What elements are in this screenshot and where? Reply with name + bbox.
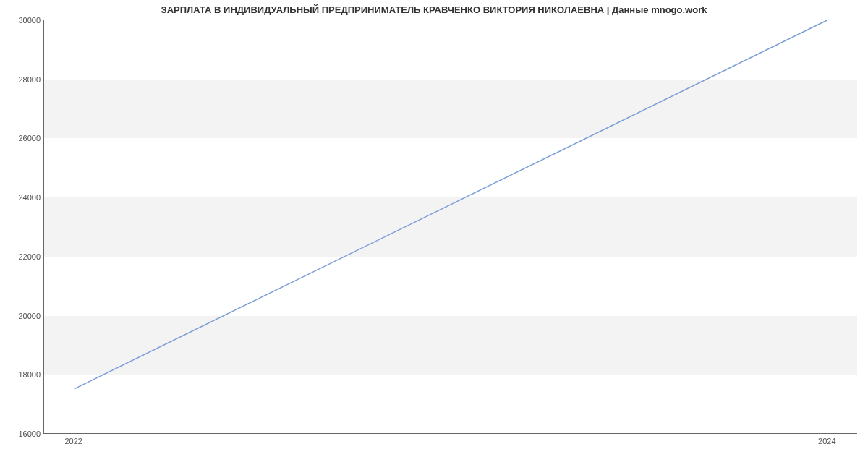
y-tick-label: 20000	[10, 312, 41, 320]
y-tick-label: 30000	[10, 16, 41, 25]
chart-container: ЗАРПЛАТА В ИНДИВИДУАЛЬНЫЙ ПРЕДПРИНИМАТЕЛ…	[0, 0, 868, 470]
y-tick-label: 26000	[10, 134, 41, 142]
y-tick-label: 24000	[10, 193, 41, 202]
plot-area	[43, 20, 857, 434]
y-tick-label: 22000	[10, 252, 41, 261]
y-tick-label: 28000	[10, 75, 41, 84]
y-tick-label: 16000	[10, 430, 41, 438]
x-tick-label: 2024	[818, 437, 835, 445]
y-tick-label: 18000	[10, 370, 41, 379]
x-tick-label: 2022	[64, 437, 82, 445]
chart-title: ЗАРПЛАТА В ИНДИВИДУАЛЬНЫЙ ПРЕДПРИНИМАТЕЛ…	[0, 4, 868, 15]
data-line	[75, 20, 827, 389]
line-layer	[44, 20, 857, 433]
